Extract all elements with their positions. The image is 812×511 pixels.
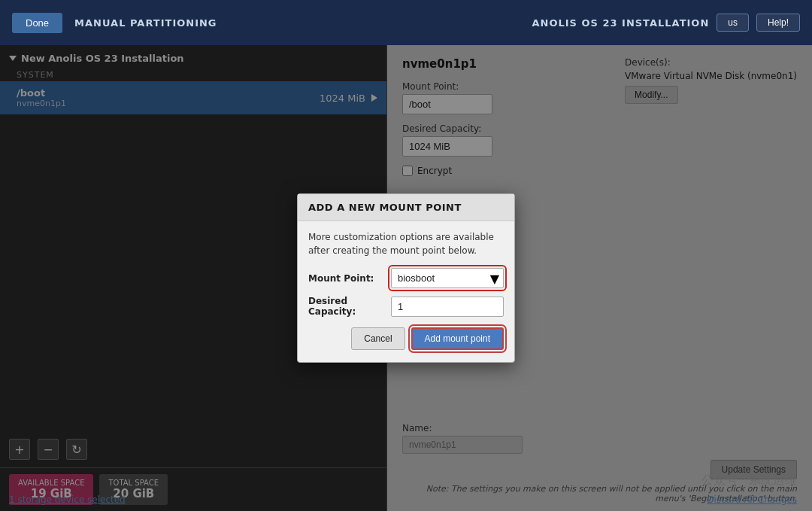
dialog-mount-point-label: Mount Point:	[308, 273, 391, 284]
done-button[interactable]: Done	[12, 13, 62, 33]
dialog-description: More customization options are available…	[308, 230, 504, 257]
dialog-mount-point-input[interactable]	[391, 268, 504, 288]
dialog-body: More customization options are available…	[298, 221, 514, 362]
dialog-title: ADD A NEW MOUNT POINT	[308, 202, 504, 213]
keyboard-button[interactable]: us	[717, 14, 749, 32]
modal-overlay: ADD A NEW MOUNT POINT More customization…	[0, 45, 812, 511]
dialog-buttons: Cancel Add mount point	[308, 327, 504, 353]
top-bar-left: Done MANUAL PARTITIONING	[12, 13, 217, 33]
anolis-title: ANOLIS OS 23 INSTALLATION	[532, 17, 709, 29]
add-mount-point-button[interactable]: Add mount point	[411, 327, 504, 350]
dialog-mount-point-row: Mount Point: ▼	[308, 268, 504, 288]
top-bar-right: ANOLIS OS 23 INSTALLATION us Help!	[532, 14, 800, 32]
cancel-button[interactable]: Cancel	[351, 327, 404, 350]
dialog-capacity-input[interactable]	[391, 297, 504, 317]
page-title: MANUAL PARTITIONING	[74, 17, 217, 29]
dialog-capacity-row: Desired Capacity:	[308, 296, 504, 317]
dialog-mount-input-wrap: ▼	[391, 268, 504, 288]
help-button[interactable]: Help!	[756, 14, 800, 32]
dialog-capacity-label: Desired Capacity:	[308, 296, 391, 317]
add-mount-point-dialog: ADD A NEW MOUNT POINT More customization…	[297, 193, 515, 363]
dialog-title-bar: ADD A NEW MOUNT POINT	[298, 194, 514, 221]
top-bar: Done MANUAL PARTITIONING ANOLIS OS 23 IN…	[0, 0, 812, 45]
